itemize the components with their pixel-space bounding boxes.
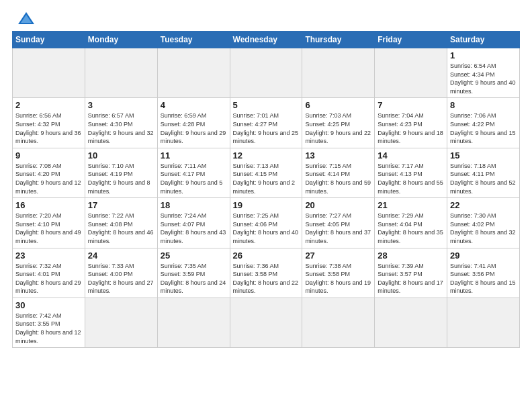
day-number: 17	[88, 200, 154, 210]
calendar-day-cell	[302, 298, 375, 347]
day-number: 15	[450, 150, 517, 161]
day-info: Sunrise: 7:24 AMSunset: 4:07 PMDaylight:…	[161, 212, 227, 245]
calendar-day-cell: 22Sunrise: 7:30 AMSunset: 4:02 PMDayligh…	[447, 198, 520, 248]
calendar-week-row: 23Sunrise: 7:32 AMSunset: 4:01 PMDayligh…	[13, 248, 520, 298]
day-number: 20	[305, 200, 371, 210]
day-number: 13	[305, 150, 371, 161]
calendar-day-cell	[375, 48, 447, 98]
day-info: Sunrise: 7:42 AMSunset: 3:55 PMDaylight:…	[15, 312, 82, 345]
day-number: 18	[161, 200, 227, 210]
page: SundayMondayTuesdayWednesdayThursdayFrid…	[0, 0, 532, 411]
day-number: 16	[15, 200, 82, 210]
calendar-day-cell	[375, 298, 447, 347]
calendar-day-cell: 3Sunrise: 6:57 AMSunset: 4:30 PMDaylight…	[85, 98, 157, 148]
day-info: Sunrise: 7:32 AMSunset: 4:01 PMDaylight:…	[15, 262, 82, 295]
day-number: 26	[233, 250, 300, 261]
calendar-day-cell: 14Sunrise: 7:17 AMSunset: 4:13 PMDayligh…	[375, 148, 447, 197]
day-number: 29	[450, 250, 517, 261]
day-info: Sunrise: 7:36 AMSunset: 3:58 PMDaylight:…	[233, 262, 300, 295]
calendar-day-cell	[230, 48, 302, 98]
day-info: Sunrise: 7:35 AMSunset: 3:59 PMDaylight:…	[161, 262, 227, 295]
calendar-day-cell: 2Sunrise: 6:56 AMSunset: 4:32 PMDaylight…	[13, 98, 85, 148]
calendar-day-cell	[13, 48, 85, 98]
day-number: 12	[233, 150, 300, 161]
header	[12, 11, 520, 26]
day-number: 27	[305, 250, 371, 261]
day-number: 10	[88, 150, 154, 161]
day-info: Sunrise: 7:20 AMSunset: 4:10 PMDaylight:…	[15, 212, 82, 245]
logo	[12, 11, 36, 26]
calendar-day-cell: 30Sunrise: 7:42 AMSunset: 3:55 PMDayligh…	[13, 298, 85, 347]
calendar-day-cell: 23Sunrise: 7:32 AMSunset: 4:01 PMDayligh…	[13, 248, 85, 298]
calendar-day-cell	[157, 298, 230, 347]
calendar-day-cell	[230, 298, 302, 347]
calendar-week-row: 16Sunrise: 7:20 AMSunset: 4:10 PMDayligh…	[13, 198, 520, 248]
weekday-header-monday: Monday	[85, 32, 157, 48]
calendar-day-cell: 7Sunrise: 7:04 AMSunset: 4:23 PMDaylight…	[375, 98, 447, 148]
day-info: Sunrise: 7:04 AMSunset: 4:23 PMDaylight:…	[378, 111, 444, 145]
calendar-day-cell	[157, 48, 230, 98]
day-number: 5	[233, 100, 300, 110]
calendar-day-cell: 15Sunrise: 7:18 AMSunset: 4:11 PMDayligh…	[447, 148, 520, 197]
day-info: Sunrise: 7:15 AMSunset: 4:14 PMDaylight:…	[305, 162, 371, 195]
day-number: 30	[15, 300, 82, 310]
day-number: 11	[161, 150, 227, 161]
weekday-header-thursday: Thursday	[302, 32, 375, 48]
calendar-day-cell: 1Sunrise: 6:54 AMSunset: 4:34 PMDaylight…	[447, 48, 520, 98]
calendar-week-row: 1Sunrise: 6:54 AMSunset: 4:34 PMDaylight…	[13, 48, 520, 98]
calendar-day-cell	[85, 48, 157, 98]
day-number: 14	[378, 150, 444, 161]
calendar-day-cell: 16Sunrise: 7:20 AMSunset: 4:10 PMDayligh…	[13, 198, 85, 248]
day-info: Sunrise: 7:33 AMSunset: 4:00 PMDaylight:…	[88, 262, 154, 295]
day-number: 2	[15, 100, 82, 110]
logo-area	[12, 11, 36, 26]
calendar-day-cell: 20Sunrise: 7:27 AMSunset: 4:05 PMDayligh…	[302, 198, 375, 248]
day-info: Sunrise: 6:56 AMSunset: 4:32 PMDaylight:…	[15, 111, 82, 145]
calendar-day-cell: 10Sunrise: 7:10 AMSunset: 4:19 PMDayligh…	[85, 148, 157, 197]
day-info: Sunrise: 7:13 AMSunset: 4:15 PMDaylight:…	[233, 162, 300, 195]
day-number: 24	[88, 250, 154, 261]
day-info: Sunrise: 6:57 AMSunset: 4:30 PMDaylight:…	[88, 111, 154, 145]
day-number: 1	[450, 50, 517, 60]
day-info: Sunrise: 7:38 AMSunset: 3:58 PMDaylight:…	[305, 262, 371, 295]
weekday-header-wednesday: Wednesday	[230, 32, 302, 48]
day-info: Sunrise: 7:18 AMSunset: 4:11 PMDaylight:…	[450, 162, 517, 195]
weekday-header-tuesday: Tuesday	[157, 32, 230, 48]
day-info: Sunrise: 7:41 AMSunset: 3:56 PMDaylight:…	[450, 262, 517, 295]
day-number: 7	[378, 100, 444, 110]
day-info: Sunrise: 7:06 AMSunset: 4:22 PMDaylight:…	[450, 111, 517, 145]
day-number: 6	[305, 100, 371, 110]
calendar-day-cell: 9Sunrise: 7:08 AMSunset: 4:20 PMDaylight…	[13, 148, 85, 197]
weekday-header-friday: Friday	[375, 32, 447, 48]
calendar-day-cell: 4Sunrise: 6:59 AMSunset: 4:28 PMDaylight…	[157, 98, 230, 148]
day-number: 3	[88, 100, 154, 110]
day-number: 9	[15, 150, 82, 161]
calendar-day-cell: 19Sunrise: 7:25 AMSunset: 4:06 PMDayligh…	[230, 198, 302, 248]
day-info: Sunrise: 7:25 AMSunset: 4:06 PMDaylight:…	[233, 212, 300, 245]
calendar-day-cell	[447, 298, 520, 347]
calendar-day-cell: 26Sunrise: 7:36 AMSunset: 3:58 PMDayligh…	[230, 248, 302, 298]
day-info: Sunrise: 7:29 AMSunset: 4:04 PMDaylight:…	[378, 212, 444, 245]
day-info: Sunrise: 7:01 AMSunset: 4:27 PMDaylight:…	[233, 111, 300, 145]
calendar-day-cell: 29Sunrise: 7:41 AMSunset: 3:56 PMDayligh…	[447, 248, 520, 298]
day-number: 19	[233, 200, 300, 210]
calendar-day-cell: 21Sunrise: 7:29 AMSunset: 4:04 PMDayligh…	[375, 198, 447, 248]
calendar-day-cell: 13Sunrise: 7:15 AMSunset: 4:14 PMDayligh…	[302, 148, 375, 197]
day-number: 28	[378, 250, 444, 261]
calendar-week-row: 30Sunrise: 7:42 AMSunset: 3:55 PMDayligh…	[13, 298, 520, 347]
day-info: Sunrise: 7:10 AMSunset: 4:19 PMDaylight:…	[88, 162, 154, 195]
day-number: 8	[450, 100, 517, 110]
day-number: 21	[378, 200, 444, 210]
calendar-day-cell: 12Sunrise: 7:13 AMSunset: 4:15 PMDayligh…	[230, 148, 302, 197]
day-info: Sunrise: 7:39 AMSunset: 3:57 PMDaylight:…	[378, 262, 444, 295]
day-info: Sunrise: 6:59 AMSunset: 4:28 PMDaylight:…	[161, 111, 227, 145]
calendar-day-cell: 6Sunrise: 7:03 AMSunset: 4:25 PMDaylight…	[302, 98, 375, 148]
calendar-day-cell	[302, 48, 375, 98]
calendar-table: SundayMondayTuesdayWednesdayThursdayFrid…	[12, 31, 520, 348]
calendar-day-cell: 27Sunrise: 7:38 AMSunset: 3:58 PMDayligh…	[302, 248, 375, 298]
calendar-day-cell: 17Sunrise: 7:22 AMSunset: 4:08 PMDayligh…	[85, 198, 157, 248]
day-info: Sunrise: 7:22 AMSunset: 4:08 PMDaylight:…	[88, 212, 154, 245]
calendar-day-cell: 5Sunrise: 7:01 AMSunset: 4:27 PMDaylight…	[230, 98, 302, 148]
day-number: 23	[15, 250, 82, 261]
day-number: 25	[161, 250, 227, 261]
